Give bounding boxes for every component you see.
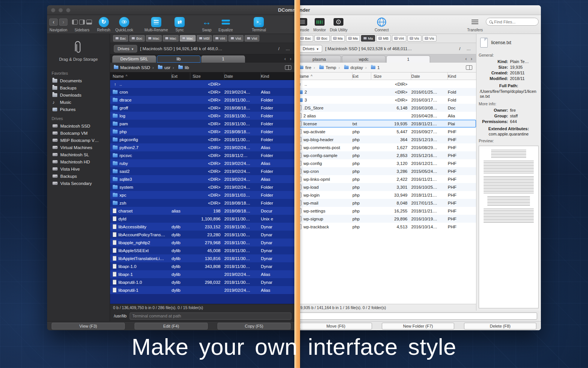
folder-tab[interactable]: plasma — [297, 55, 341, 63]
equalize-button[interactable]: Equalize — [219, 17, 233, 32]
move-f6-button[interactable]: Move (F6) — [300, 323, 372, 330]
table-row[interactable]: libapr-1 dylib 2019/02/24… Alias — [110, 270, 295, 278]
drive-button[interactable]: Vist — [228, 35, 243, 42]
table-row[interactable]: wp-config-sample php 2,853 2015/12/16… P… — [295, 151, 476, 159]
table-row[interactable]: libAppletTranslationLi… dylib 130,816 20… — [110, 254, 295, 262]
table-row[interactable]: cron <DIR> 2019/02/24… Alias — [110, 88, 295, 96]
column-header-date[interactable]: Date — [224, 72, 261, 80]
drive-button[interactable]: Bac — [298, 35, 313, 42]
table-row[interactable]: wp-activate php 5,447 2016/09/27… PHF — [295, 128, 476, 135]
table-row[interactable]: wp-mail php 8,048 2017/01/15… PHF — [295, 199, 476, 207]
folder-tab[interactable]: 1 — [386, 55, 430, 63]
table-row[interactable]: libAppleSSEExt dylib 45,008 2018/11/30… … — [110, 246, 295, 254]
titlebar[interactable]: DCommander — [47, 5, 295, 15]
table-row[interactable]: dtrace <DIR> 2018/11/30… Folder — [110, 96, 295, 104]
table-row[interactable]: xpc <DIR> 2018/11/03… Folder — [110, 191, 295, 199]
drives-dropdown[interactable]: Drives — [299, 45, 322, 52]
refresh-button[interactable]: Refresh — [96, 17, 111, 32]
sync-button[interactable]: Sync — [173, 17, 187, 32]
drive-button[interactable]: MB — [376, 35, 390, 42]
drive-button[interactable]: Virt — [213, 35, 227, 42]
drag-drop-storage[interactable]: Drag & Drop Storage — [47, 36, 110, 68]
sidebar-item-drive[interactable]: Backups — [47, 172, 110, 180]
table-row[interactable]: .DS_Store 6,148 2016/03/08… Doc — [295, 104, 476, 112]
table-row[interactable]: libaprutil-1 dylib 2019/02/24… Alias — [110, 286, 295, 294]
sidebar-item-drive[interactable]: Bootcamp VM — [47, 129, 110, 137]
table-row[interactable]: groff <DIR> 2018/08/18… Folder — [110, 104, 295, 112]
sidebar-item[interactable]: Music — [47, 99, 110, 106]
drive-button[interactable]: Vis — [407, 35, 421, 42]
table-row[interactable]: wp-links-opml php 2,422 2016/11/21… PHF — [295, 175, 476, 183]
search-input[interactable] — [494, 20, 535, 24]
table-row[interactable]: license txt 19,935 2018/11/21… Plai — [295, 120, 476, 128]
sidebar-item[interactable]: Backups — [47, 84, 110, 91]
drive-button[interactable]: Virt — [392, 35, 406, 42]
sidebar-item-drive[interactable]: Machintosh SL — [47, 151, 110, 158]
root-button[interactable]: / — [277, 46, 281, 51]
back-icon[interactable] — [49, 18, 58, 26]
drive-button[interactable]: Ma — [346, 35, 360, 42]
multi-rename-button[interactable]: Multi-Rename — [144, 17, 168, 32]
quicklook-button[interactable]: QuickLook — [115, 17, 133, 32]
table-row[interactable]: .. <DIR> — [295, 80, 476, 88]
table-row[interactable]: pkgconfig <DIR> 2018/11/30… Folder — [110, 135, 295, 143]
sidebars-button[interactable]: Sidebars — [72, 17, 92, 32]
drive-button[interactable]: Boc — [129, 35, 144, 42]
drive-button[interactable]: MBl — [197, 35, 212, 42]
transfers-button[interactable]: Transfers — [467, 17, 483, 32]
more-button[interactable]: … — [465, 46, 473, 51]
table-row[interactable]: sasl2 <DIR> 2019/02/24… Folder — [110, 167, 295, 175]
table-row[interactable]: log <DIR> 2018/11/30… Folder — [110, 112, 295, 120]
table-row[interactable]: wp-signup php 29,896 2016/10/19… PHF — [295, 215, 476, 223]
connect-button[interactable]: Connect — [375, 17, 389, 32]
tab-next-icon[interactable] — [471, 56, 472, 62]
breadcrumb-item[interactable]: Macintosh SSD — [114, 65, 150, 70]
view-f3-button[interactable]: View (F3) — [52, 323, 125, 330]
history-book-icon[interactable] — [285, 65, 291, 70]
drive-button[interactable]: Mac — [163, 35, 179, 42]
table-row[interactable]: libapple_nghttp2 dylib 279,968 2018/11/3… — [110, 239, 295, 246]
sidebar-item-drive[interactable]: Machintosh HD — [47, 158, 110, 165]
breadcrumb-item[interactable]: 1 — [363, 65, 380, 70]
more-button[interactable]: … — [284, 46, 292, 51]
table-row[interactable]: wp-cron php 3,286 2015/05/24… PHF — [295, 167, 476, 175]
table-row[interactable]: wp-blog-header php 364 2015/12/19… PHF — [295, 135, 476, 143]
table-row[interactable]: rpcsvc <DIR> 2018/11/2… Folder — [110, 151, 295, 159]
table-row[interactable]: python2.7 <DIR> 2019/02/24… Alias — [110, 143, 295, 151]
folder-tab[interactable]: 1 — [201, 55, 245, 63]
folder-tab[interactable]: wpdc — [342, 55, 386, 63]
drive-button[interactable]: Vis — [423, 35, 436, 42]
table-row[interactable]: libAccountPolicyTrans… dylib 23,280 2018… — [110, 231, 295, 239]
breadcrumb-item[interactable]: Temp — [311, 65, 336, 70]
column-header-date[interactable]: Date — [411, 72, 448, 80]
delete-f8-button[interactable]: Delete (F8) — [464, 323, 536, 330]
breadcrumb-item[interactable]: fire — [299, 65, 311, 70]
root-button[interactable]: / — [458, 46, 462, 51]
drive-button[interactable]: Mac — [180, 35, 196, 42]
table-row[interactable]: wp-load php 3,301 2016/10/25… PHF — [295, 183, 476, 191]
drive-button[interactable]: Ma — [361, 35, 375, 42]
find-files-search[interactable] — [486, 18, 539, 26]
drives-dropdown[interactable]: Drives — [114, 45, 137, 52]
folder-tab[interactable]: lib — [157, 55, 201, 63]
breadcrumb-item[interactable]: lib — [170, 65, 189, 70]
table-row[interactable]: 2 <DIR> 2016/01/25… Fold — [295, 88, 476, 96]
drive-button[interactable]: Boc — [314, 35, 329, 42]
column-header-kind[interactable]: Kind — [448, 72, 476, 80]
table-row[interactable]: zsh <DIR> 2018/08/18… Folder — [110, 199, 295, 207]
table-row[interactable]: ruby <DIR> 2019/02/24… Alias — [110, 159, 295, 167]
history-book-icon[interactable] — [466, 65, 472, 70]
column-header-ext[interactable]: Ext — [172, 72, 190, 80]
table-row[interactable]: sqlite3 <DIR> 2019/02/24… Alias — [110, 175, 295, 183]
titlebar[interactable]: DCommander — [295, 5, 541, 15]
breadcrumb-item[interactable]: usr — [150, 65, 170, 70]
monitor-button[interactable]: Monitor — [312, 17, 327, 32]
disk-utility-button[interactable]: Disk Utility — [330, 17, 348, 32]
table-row[interactable]: wp-login php 33,949 2018/11/21… PHF — [295, 191, 476, 199]
table-row[interactable]: dyld 1,100,896 2018/11/30… Unix e — [110, 215, 295, 223]
table-row[interactable]: system <DIR> 2019/02/24… Folder — [110, 183, 295, 191]
table-row[interactable]: libAccessibility dylib 233,152 2018/11/3… — [110, 223, 295, 231]
forward-icon[interactable] — [59, 18, 67, 26]
sidebar-item[interactable]: Pictures — [47, 106, 110, 113]
table-row[interactable]: 2 alias 2016/04/28… Alia — [295, 112, 476, 120]
